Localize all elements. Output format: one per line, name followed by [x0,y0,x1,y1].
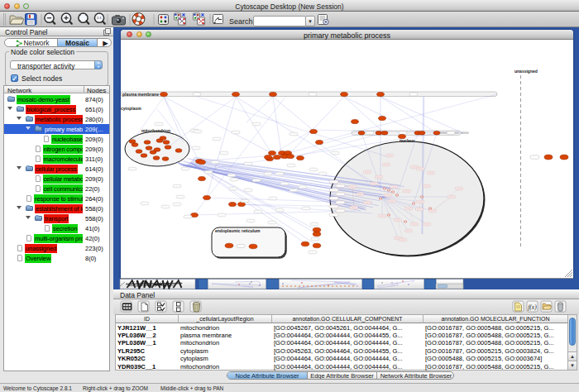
svg-text:mitochondrion: mitochondrion [141,128,170,133]
svg-text:plasma membrane: plasma membrane [122,92,159,97]
svg-text:endoplasmic reticulum: endoplasmic reticulum [215,228,261,233]
svg-text:cytoplasm: cytoplasm [121,106,141,111]
svg-text:unassigned: unassigned [514,69,538,74]
svg-text:f(x): f(x) [528,304,537,311]
svg-text:1:1: 1:1 [97,16,102,20]
